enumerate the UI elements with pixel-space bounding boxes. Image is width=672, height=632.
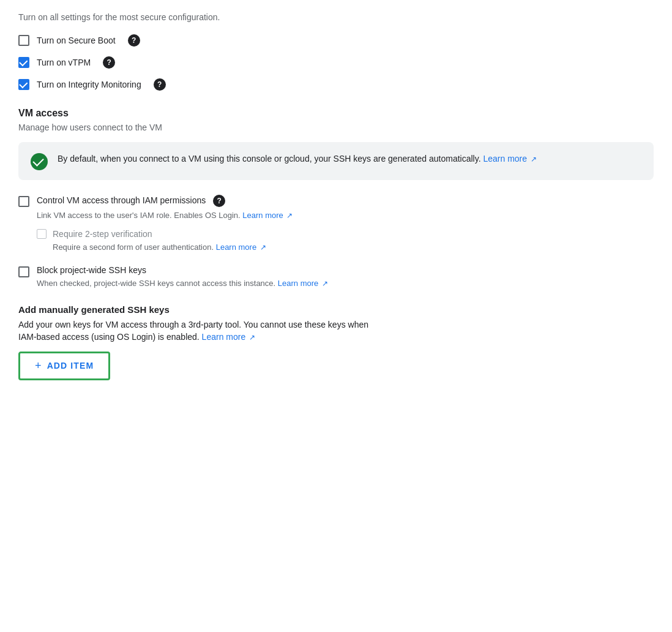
plus-icon: + [35, 359, 42, 372]
control-iam-help-icon[interactable]: ? [213, 195, 225, 207]
external-link-icon-2step: ↗ [260, 242, 266, 253]
block-ssh-learn-more-link[interactable]: Learn more ↗ [278, 279, 328, 288]
block-ssh-section: Block project-wide SSH keys When checked… [18, 265, 654, 290]
ssh-info-box: By default, when you connect to a VM usi… [18, 142, 654, 180]
control-iam-desc: Link VM access to the user's IAM role. E… [37, 209, 293, 222]
require-2step-checkbox[interactable] [37, 229, 47, 239]
integrity-monitoring-row: Turn on Integrity Monitoring ? [18, 78, 654, 91]
control-iam-learn-more-link[interactable]: Learn more ↗ [242, 211, 293, 220]
control-iam-section: Control VM access through IAM permission… [18, 195, 654, 253]
secure-boot-help-icon[interactable]: ? [128, 34, 140, 47]
add-item-button[interactable]: + ADD ITEM [18, 352, 110, 380]
require-2step-learn-more-link[interactable]: Learn more ↗ [216, 243, 266, 252]
vtpm-checkbox[interactable] [18, 57, 29, 68]
integrity-monitoring-label: Turn on Integrity Monitoring [37, 80, 141, 89]
integrity-monitoring-help-icon[interactable]: ? [154, 78, 166, 91]
require-2step-row: Require 2-step verification [37, 229, 654, 239]
vtpm-label: Turn on vTPM [37, 58, 91, 67]
add-item-label: ADD ITEM [47, 361, 94, 371]
vm-access-title: VM access [18, 108, 654, 119]
green-check-icon [31, 153, 48, 170]
secure-boot-checkbox[interactable] [18, 35, 29, 46]
require-2step-desc: Require a second form of user authentica… [53, 241, 654, 254]
top-description: Turn on all settings for the most secure… [18, 12, 654, 22]
info-box-main-text: By default, when you connect to a VM usi… [58, 154, 481, 164]
ssh-keys-title: Add manually generated SSH keys [18, 304, 654, 315]
secure-boot-label: Turn on Secure Boot [37, 36, 116, 45]
vtpm-row: Turn on vTPM ? [18, 56, 654, 69]
vtpm-help-icon[interactable]: ? [103, 56, 115, 69]
secure-boot-row: Turn on Secure Boot ? [18, 34, 654, 47]
ssh-keys-desc-line1: Add your own keys for VM access through … [18, 320, 654, 329]
ssh-keys-learn-more-link[interactable]: Learn more ↗ [202, 332, 255, 342]
vm-access-subtitle: Manage how users connect to the VM [18, 122, 654, 132]
external-link-icon-ssh: ↗ [322, 278, 328, 289]
control-iam-checkbox[interactable] [18, 196, 29, 207]
require-2step-label: Require 2-step verification [53, 229, 152, 239]
info-box-text: By default, when you connect to a VM usi… [58, 152, 537, 165]
block-ssh-label: Block project-wide SSH keys [37, 265, 146, 275]
control-iam-label: Control VM access through IAM permission… [37, 195, 206, 205]
block-ssh-desc: When checked, project-wide SSH keys cann… [37, 277, 328, 290]
block-ssh-checkbox[interactable] [18, 266, 29, 277]
external-link-icon-iam: ↗ [286, 210, 293, 221]
external-link-icon-sshkeys: ↗ [249, 333, 255, 342]
ssh-keys-desc-line2: IAM-based access (using OS Login) is ena… [18, 332, 654, 342]
integrity-monitoring-checkbox[interactable] [18, 79, 29, 90]
info-box-learn-more-link[interactable]: Learn more ↗ [483, 154, 536, 164]
external-link-icon: ↗ [531, 154, 537, 165]
